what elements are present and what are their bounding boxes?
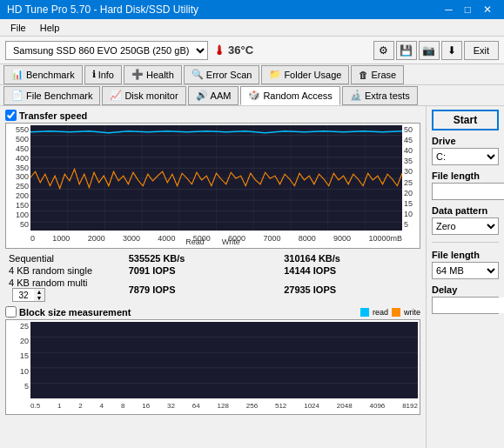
app-title: HD Tune Pro 5.70 - Hard Disk/SSD Utility bbox=[7, 3, 198, 16]
tab-randomaccess[interactable]: 🎲Random Access bbox=[240, 86, 339, 105]
erase-icon: 🗑 bbox=[359, 70, 368, 80]
bottom-chart-x: 0.5 1 2 4 8 16 32 64 128 256 512 1024 20… bbox=[30, 400, 418, 414]
stat-label-1: 4 KB random single bbox=[5, 264, 110, 277]
file-length-label-1: File length bbox=[432, 171, 499, 181]
minimize-button[interactable]: ─ bbox=[440, 0, 458, 19]
title-bar: HD Tune Pro 5.70 - Hard Disk/SSD Utility… bbox=[0, 0, 504, 19]
tab-health[interactable]: ➕Health bbox=[124, 65, 182, 84]
tab-errorscan[interactable]: 🔍Error Scan bbox=[184, 65, 260, 84]
block-size-label[interactable]: Block size measurement bbox=[5, 306, 131, 318]
chart-area-top bbox=[30, 125, 402, 231]
stat-label-0: Sequential bbox=[5, 252, 110, 264]
block-size-checkbox[interactable] bbox=[5, 306, 17, 318]
icon-btn-2[interactable]: 💾 bbox=[396, 41, 417, 60]
errorscan-icon: 🔍 bbox=[192, 69, 204, 80]
tabs-row-1: 📊Benchmark ℹInfo ➕Health 🔍Error Scan 📁Fo… bbox=[0, 64, 504, 85]
write-legend-label: write bbox=[404, 308, 420, 317]
stat-read-val-0: 535525 KB/s bbox=[125, 252, 265, 264]
main-content: Transfer speed 550 500 450 400 350 300 2… bbox=[0, 106, 504, 448]
tab-folderusage[interactable]: 📁Folder Usage bbox=[261, 65, 349, 84]
device-toolbar: ⚙ 💾 📷 ⬇ Exit bbox=[373, 41, 499, 60]
tab-info[interactable]: ℹInfo bbox=[84, 65, 122, 84]
stat-write-val-0: 310164 KB/s bbox=[280, 252, 420, 264]
temperature-display: 🌡 36°C bbox=[213, 43, 253, 57]
drive-section: Drive C: bbox=[432, 136, 499, 165]
transfer-speed-checkbox[interactable] bbox=[5, 110, 17, 121]
drive-label: Drive bbox=[432, 136, 499, 146]
tab-extratests[interactable]: 🔬Extra tests bbox=[342, 86, 418, 105]
health-icon: ➕ bbox=[131, 69, 144, 80]
chart-header: Transfer speed bbox=[5, 110, 420, 121]
maximize-button[interactable]: □ bbox=[460, 0, 476, 19]
tab-filebenchmark[interactable]: 📄File Benchmark bbox=[3, 86, 100, 105]
data-pattern-select[interactable]: Zero bbox=[432, 217, 499, 235]
tabs-row-2: 📄File Benchmark 📈Disk monitor 🔊AAM 🎲Rand… bbox=[0, 85, 504, 106]
temperature-value: 36°C bbox=[228, 43, 253, 57]
tab-diskmonitor[interactable]: 📈Disk monitor bbox=[102, 86, 185, 105]
spinbox-buttons: ▲ ▼ bbox=[34, 289, 44, 301]
table-row: 4 KB random multi ▲ ▼ 7879 IOPS 27935 IO… bbox=[5, 277, 420, 303]
diskmonitor-icon: 📈 bbox=[110, 90, 122, 101]
menu-bar: File Help bbox=[0, 19, 504, 37]
info-icon: ℹ bbox=[92, 69, 96, 80]
stat-read-0 bbox=[110, 252, 125, 264]
tab-erase[interactable]: 🗑Erase bbox=[351, 65, 404, 84]
delay-label: Delay bbox=[432, 284, 499, 295]
close-button[interactable]: ✕ bbox=[478, 0, 497, 19]
data-pattern-section: Data pattern Zero bbox=[432, 205, 499, 235]
chart-legend: Read Write bbox=[185, 237, 239, 246]
file-length-spinbox-1: ▲ ▼ bbox=[432, 183, 504, 200]
stat-write-1 bbox=[265, 264, 280, 277]
filebenchmark-icon: 📄 bbox=[11, 90, 24, 101]
benchmark-icon: 📊 bbox=[11, 69, 24, 80]
stat-read-val-1: 7091 IOPS bbox=[125, 264, 265, 277]
device-select[interactable]: Samsung SSD 860 EVO 250GB (250 gB) bbox=[5, 41, 208, 60]
stat-read-1 bbox=[110, 264, 125, 277]
read-legend-label: read bbox=[373, 308, 388, 317]
chart-svg-top bbox=[30, 125, 402, 231]
menu-help[interactable]: Help bbox=[33, 21, 67, 35]
randomaccess-icon: 🎲 bbox=[248, 90, 260, 101]
bottom-chart-y: 25 20 15 10 5 bbox=[6, 320, 30, 398]
device-bar: Samsung SSD 860 EVO 250GB (250 gB) 🌡 36°… bbox=[0, 37, 504, 64]
spinbox-multi: ▲ ▼ bbox=[12, 288, 45, 302]
data-pattern-label: Data pattern bbox=[432, 205, 499, 216]
left-panel: Transfer speed 550 500 450 400 350 300 2… bbox=[0, 106, 426, 448]
write-legend-dot bbox=[392, 308, 400, 317]
section-divider bbox=[432, 242, 499, 243]
title-bar-controls: ─ □ ✕ bbox=[440, 0, 497, 19]
start-button[interactable]: Start bbox=[432, 110, 499, 130]
bottom-legend: read write bbox=[360, 308, 420, 317]
table-row: 4 KB random single 7091 IOPS 14144 IOPS bbox=[5, 264, 420, 277]
folderusage-icon: 📁 bbox=[269, 69, 281, 80]
extratests-icon: 🔬 bbox=[350, 90, 362, 101]
tab-aam[interactable]: 🔊AAM bbox=[188, 86, 239, 105]
file-length-input-1[interactable] bbox=[433, 184, 504, 199]
file-length-select-2[interactable]: 64 MB bbox=[432, 262, 499, 279]
file-length-section-1: File length ▲ ▼ MB bbox=[432, 171, 499, 200]
top-chart-container: 550 500 450 400 350 300 250 200 150 100 … bbox=[5, 123, 420, 249]
read-legend-dot bbox=[360, 308, 369, 317]
delay-spinbox: ▲ ▼ bbox=[432, 297, 499, 314]
spinbox-down[interactable]: ▼ bbox=[34, 295, 44, 301]
stat-write-0 bbox=[265, 252, 280, 264]
menu-file[interactable]: File bbox=[3, 21, 33, 35]
exit-button[interactable]: Exit bbox=[464, 41, 499, 60]
drive-select[interactable]: C: bbox=[432, 148, 499, 165]
delay-input[interactable] bbox=[433, 298, 504, 313]
spinbox-up[interactable]: ▲ bbox=[34, 289, 44, 295]
stat-write-val-2: 27935 IOPS bbox=[280, 277, 420, 303]
stat-read-val-2: 7879 IOPS bbox=[125, 277, 265, 303]
delay-section: Delay ▲ ▼ bbox=[432, 284, 499, 314]
spinbox-multi-input[interactable] bbox=[13, 289, 34, 301]
icon-btn-3[interactable]: 📷 bbox=[419, 41, 440, 60]
top-chart-section: Transfer speed 550 500 450 400 350 300 2… bbox=[5, 110, 420, 249]
icon-btn-1[interactable]: ⚙ bbox=[373, 41, 394, 60]
icon-btn-4[interactable]: ⬇ bbox=[441, 41, 462, 60]
transfer-speed-label[interactable]: Transfer speed bbox=[5, 110, 87, 121]
bottom-chart-section: Block size measurement read write 25 20 … bbox=[5, 306, 420, 415]
right-panel: Start Drive C: File length ▲ ▼ MB bbox=[426, 106, 504, 448]
tab-benchmark[interactable]: 📊Benchmark bbox=[3, 65, 83, 84]
stat-write-val-1: 14144 IOPS bbox=[280, 264, 420, 277]
thermometer-icon: 🌡 bbox=[213, 43, 225, 57]
